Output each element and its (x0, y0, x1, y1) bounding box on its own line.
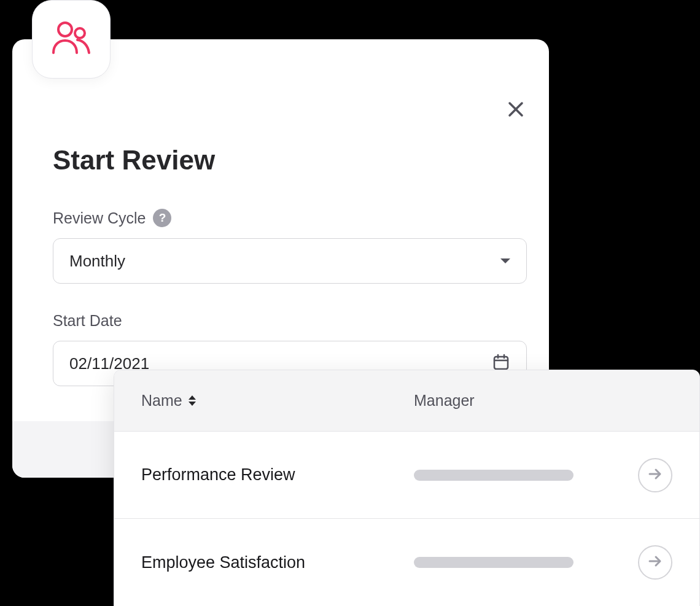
row-manager (414, 557, 636, 568)
review-cycle-label-row: Review Cycle ? (53, 209, 527, 227)
row-name: Employee Satisfaction (141, 553, 414, 572)
row-action (636, 458, 672, 492)
review-cycle-label: Review Cycle (53, 209, 146, 227)
start-date-label-row: Start Date (53, 312, 527, 330)
svg-rect-4 (494, 357, 508, 369)
chevron-down-icon (500, 258, 510, 263)
placeholder-bar (414, 557, 574, 568)
people-icon (50, 20, 93, 59)
table-row: Performance Review (114, 432, 699, 519)
table-header: Name Manager (114, 370, 699, 432)
reviews-table: Name Manager Performance Review (114, 370, 700, 606)
arrow-right-icon (647, 553, 663, 572)
sort-icon (189, 395, 196, 406)
start-date-label: Start Date (53, 312, 122, 330)
review-cycle-field: Review Cycle ? Monthly (53, 209, 527, 284)
close-icon (507, 101, 524, 120)
close-button[interactable] (506, 101, 526, 120)
table-row: Employee Satisfaction (114, 519, 699, 606)
review-cycle-value: Monthly (69, 252, 125, 271)
open-row-button[interactable] (638, 545, 672, 580)
column-header-manager[interactable]: Manager (414, 392, 672, 410)
open-row-button[interactable] (638, 458, 672, 492)
svg-point-0 (58, 23, 72, 36)
column-header-name[interactable]: Name (141, 392, 414, 410)
column-manager-label: Manager (414, 392, 475, 410)
arrow-right-icon (647, 466, 663, 484)
people-badge (32, 0, 111, 79)
row-name: Performance Review (141, 465, 414, 484)
row-manager (414, 470, 636, 481)
help-icon[interactable]: ? (153, 209, 171, 227)
placeholder-bar (414, 470, 574, 481)
row-action (636, 545, 672, 580)
svg-point-1 (75, 28, 85, 38)
column-name-label: Name (141, 392, 182, 410)
dialog-title: Start Review (53, 145, 215, 176)
review-cycle-select[interactable]: Monthly (53, 238, 527, 284)
